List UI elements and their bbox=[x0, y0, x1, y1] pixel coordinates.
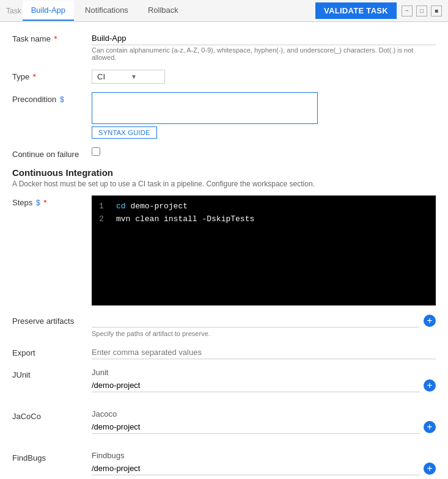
jacoco-sublabel: Jacoco bbox=[92, 409, 436, 419]
findbugs-row: FindBugs Findbugs + bbox=[12, 451, 436, 479]
task-name-label: Task name * bbox=[12, 32, 92, 43]
validate-task-button[interactable]: VALIDATE TASK bbox=[315, 2, 397, 19]
add-junit-button[interactable]: + bbox=[424, 379, 436, 392]
type-row: Type * CI ▼ bbox=[12, 70, 436, 84]
required-indicator: * bbox=[33, 72, 36, 81]
steps-field: 1 cd demo-project 2 mvn clean install -D… bbox=[92, 196, 436, 305]
syntax-guide-button[interactable]: SYNTAX GUIDE bbox=[92, 126, 157, 139]
tab-bar: Task Build-App Notifications Rollback VA… bbox=[0, 0, 448, 22]
junit-field: Junit + bbox=[92, 368, 436, 401]
jacoco-input-row: + bbox=[92, 420, 436, 434]
add-findbugs-button[interactable]: + bbox=[424, 463, 436, 475]
jacoco-input[interactable] bbox=[92, 420, 420, 434]
code-text-1: cd demo-project bbox=[116, 200, 188, 213]
findbugs-input[interactable] bbox=[92, 462, 420, 475]
jacoco-label: JaCoCo bbox=[12, 409, 92, 421]
code-text-2: mvn clean install -DskipTests bbox=[116, 213, 254, 226]
task-name-hint: Can contain alphanumeric (a-z, A-Z, 0-9)… bbox=[92, 46, 436, 61]
export-row: Export bbox=[12, 346, 436, 359]
precondition-help-icon[interactable]: $ bbox=[60, 95, 64, 104]
type-label: Type * bbox=[12, 70, 92, 81]
preserve-artifacts-row: Preserve artifacts + Specify the paths o… bbox=[12, 314, 436, 337]
continue-on-failure-field bbox=[92, 147, 436, 156]
main-content: Task name * Can contain alphanumeric (a-… bbox=[0, 22, 448, 479]
jacoco-row: JaCoCo Jacoco + bbox=[12, 409, 436, 442]
required-indicator: * bbox=[43, 198, 46, 207]
code-line-1: 1 cd demo-project bbox=[99, 200, 428, 213]
maximize-button[interactable]: □ bbox=[416, 5, 427, 16]
findbugs-label: FindBugs bbox=[12, 451, 92, 463]
ci-section-heading: Continuous Integration bbox=[12, 167, 436, 178]
tab-notifications[interactable]: Notifications bbox=[76, 1, 137, 21]
preserve-artifacts-field: + Specify the paths of artifact to prese… bbox=[92, 314, 436, 337]
junit-input-row: + bbox=[92, 379, 436, 392]
line-number-1: 1 bbox=[99, 200, 109, 213]
export-field bbox=[92, 346, 436, 359]
junit-input[interactable] bbox=[92, 379, 420, 392]
task-name-row: Task name * Can contain alphanumeric (a-… bbox=[12, 32, 436, 61]
continue-on-failure-row: Continue on failure bbox=[12, 147, 436, 159]
add-artifact-button[interactable]: + bbox=[424, 315, 436, 327]
precondition-label: Precondition $ bbox=[12, 92, 92, 104]
junit-label: JUnit bbox=[12, 368, 92, 379]
artifacts-input-row: + bbox=[92, 314, 436, 327]
chevron-down-icon: ▼ bbox=[131, 73, 160, 80]
close-button[interactable]: ■ bbox=[431, 5, 442, 16]
tab-build-app[interactable]: Build-App bbox=[23, 1, 74, 21]
findbugs-field: Findbugs + bbox=[92, 451, 436, 479]
tab-rollback[interactable]: Rollback bbox=[139, 1, 187, 21]
ci-section-subtitle: A Docker host must be set up to use a CI… bbox=[12, 180, 436, 188]
steps-label: Steps $ * bbox=[12, 196, 92, 207]
task-name-input[interactable] bbox=[92, 32, 436, 45]
preserve-artifacts-label: Preserve artifacts bbox=[12, 314, 92, 326]
add-jacoco-button[interactable]: + bbox=[424, 421, 436, 433]
steps-row: Steps $ * 1 cd demo-project 2 mvn clean … bbox=[12, 196, 436, 305]
preserve-artifacts-hint: Specify the paths of artifact to preserv… bbox=[92, 330, 436, 337]
findbugs-input-row: + bbox=[92, 462, 436, 475]
type-field: CI ▼ bbox=[92, 70, 436, 84]
junit-row: JUnit Junit + bbox=[12, 368, 436, 401]
line-number-2: 2 bbox=[99, 213, 109, 226]
window-controls: − □ ■ bbox=[402, 5, 442, 16]
jacoco-section: Jacoco + bbox=[92, 409, 436, 434]
findbugs-section: Findbugs + bbox=[92, 451, 436, 475]
continue-on-failure-checkbox-wrapper bbox=[92, 147, 436, 156]
minimize-button[interactable]: − bbox=[402, 5, 413, 16]
required-indicator: * bbox=[54, 34, 57, 43]
precondition-textarea[interactable] bbox=[92, 92, 318, 124]
junit-sublabel: Junit bbox=[92, 368, 436, 377]
preserve-artifacts-input[interactable] bbox=[92, 314, 419, 327]
type-select[interactable]: CI ▼ bbox=[92, 70, 165, 84]
jacoco-field: Jacoco + bbox=[92, 409, 436, 442]
findbugs-sublabel: Findbugs bbox=[92, 451, 436, 460]
task-name-field: Can contain alphanumeric (a-z, A-Z, 0-9)… bbox=[92, 32, 436, 61]
steps-help-icon[interactable]: $ bbox=[36, 199, 40, 207]
export-label: Export bbox=[12, 346, 92, 357]
continue-on-failure-checkbox[interactable] bbox=[92, 147, 100, 156]
steps-code-editor[interactable]: 1 cd demo-project 2 mvn clean install -D… bbox=[92, 196, 436, 305]
junit-section: Junit + bbox=[92, 368, 436, 392]
continue-on-failure-label: Continue on failure bbox=[12, 147, 92, 159]
precondition-field: SYNTAX GUIDE bbox=[92, 92, 436, 139]
task-prefix-label: Task bbox=[6, 7, 21, 15]
code-line-2: 2 mvn clean install -DskipTests bbox=[99, 213, 428, 226]
precondition-row: Precondition $ SYNTAX GUIDE bbox=[12, 92, 436, 139]
export-input[interactable] bbox=[92, 346, 436, 359]
